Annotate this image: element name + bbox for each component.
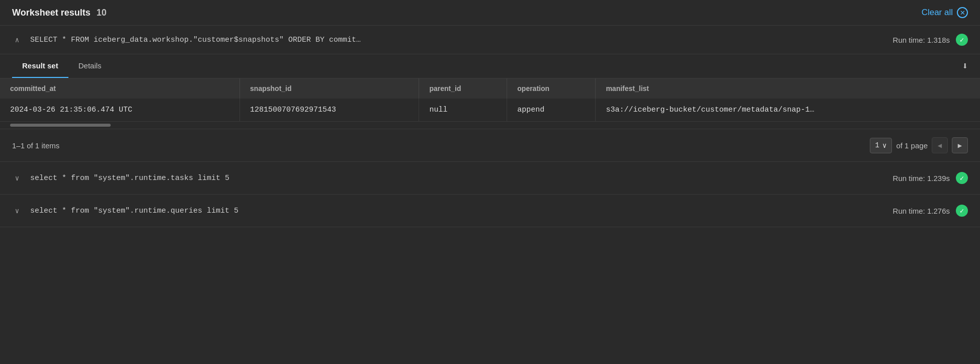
- query-2-header-left: ∨ select * from "system".runtime.tasks l…: [12, 174, 229, 183]
- result-table: committed_at snapshot_id parent_id opera…: [0, 78, 980, 122]
- query-3-status-icon: ✓: [956, 205, 968, 217]
- tab-result-set[interactable]: Result set: [12, 54, 68, 78]
- cell-committed-at: 2024-03-26 21:35:06.474 UTC: [0, 99, 240, 122]
- page-of-label: of 1 page: [896, 141, 928, 150]
- scrollbar-thumb[interactable]: [10, 124, 111, 127]
- pagination-info: 1–1 of 1 items: [12, 141, 59, 150]
- query-3-text: select * from "system".runtime.queries l…: [30, 207, 238, 215]
- page-number: 1: [875, 141, 879, 149]
- chevron-down-icon: ∨: [882, 141, 886, 150]
- col-parent-id: parent_id: [419, 78, 507, 99]
- table-header-row: committed_at snapshot_id parent_id opera…: [0, 78, 980, 99]
- prev-page-button[interactable]: ◀: [932, 137, 948, 153]
- result-table-container: committed_at snapshot_id parent_id opera…: [0, 78, 980, 122]
- query-2-run-time: Run time: 1.239s: [893, 174, 950, 183]
- query-1-expanded: Result set Details ⬇ committed_at snapsh…: [0, 54, 980, 161]
- horizontal-scrollbar[interactable]: [0, 122, 980, 129]
- query-2-header-right: Run time: 1.239s ✓: [893, 172, 968, 184]
- query-3-header-left: ∨ select * from "system".runtime.queries…: [12, 207, 238, 215]
- col-operation: operation: [507, 78, 596, 99]
- query-block-3[interactable]: ∨ select * from "system".runtime.queries…: [0, 195, 980, 227]
- query-2-status-icon: ✓: [956, 172, 968, 184]
- cell-snapshot-id: 1281500707692971543: [240, 99, 419, 122]
- tabs-row: Result set Details ⬇: [0, 54, 980, 78]
- query-3-chevron: ∨: [12, 207, 22, 215]
- cell-operation: append: [507, 99, 596, 122]
- query-block-1: ∧ SELECT * FROM iceberg_data.workshop."c…: [0, 26, 980, 162]
- cell-manifest-list: s3a://iceberg-bucket/customer/metadata/s…: [596, 99, 980, 122]
- header-left: Worksheet results 10: [12, 8, 107, 18]
- query-2-chevron: ∨: [12, 174, 22, 183]
- query-1-run-time: Run time: 1.318s: [893, 36, 950, 44]
- clear-all-button[interactable]: Clear all ✕: [922, 7, 968, 18]
- worksheet-results-count: 10: [97, 8, 107, 18]
- query-1-header-left: ∧ SELECT * FROM iceberg_data.workshop."c…: [12, 36, 361, 44]
- query-3-run-time: Run time: 1.276s: [893, 207, 950, 215]
- clear-all-label: Clear all: [922, 8, 953, 18]
- table-row: 2024-03-26 21:35:06.474 UTC 128150070769…: [0, 99, 980, 122]
- page-select[interactable]: 1 ∨: [870, 138, 892, 153]
- query-1-status-icon: ✓: [956, 34, 968, 46]
- tabs: Result set Details: [12, 54, 112, 78]
- worksheet-results-header: Worksheet results 10 Clear all ✕: [0, 0, 980, 26]
- pagination-row: 1–1 of 1 items 1 ∨ of 1 page ◀ ▶: [0, 129, 980, 161]
- tab-details[interactable]: Details: [68, 54, 112, 78]
- download-icon[interactable]: ⬇: [962, 60, 968, 72]
- query-1-header-right: Run time: 1.318s ✓: [893, 34, 968, 46]
- query-1-chevron: ∧: [12, 36, 22, 44]
- query-1-text: SELECT * FROM iceberg_data.workshop."cus…: [30, 36, 361, 44]
- col-snapshot-id: snapshot_id: [240, 78, 419, 99]
- query-3-header-right: Run time: 1.276s ✓: [893, 205, 968, 217]
- col-committed-at: committed_at: [0, 78, 240, 99]
- query-block-2[interactable]: ∨ select * from "system".runtime.tasks l…: [0, 162, 980, 195]
- query-1-header[interactable]: ∧ SELECT * FROM iceberg_data.workshop."c…: [0, 26, 980, 54]
- query-2-text: select * from "system".runtime.tasks lim…: [30, 174, 229, 183]
- cell-parent-id: null: [419, 99, 507, 122]
- col-manifest-list: manifest_list: [596, 78, 980, 99]
- next-page-button[interactable]: ▶: [952, 137, 968, 153]
- clear-all-icon: ✕: [957, 7, 968, 18]
- worksheet-results-title: Worksheet results: [12, 8, 91, 18]
- pagination-controls: 1 ∨ of 1 page ◀ ▶: [870, 137, 968, 153]
